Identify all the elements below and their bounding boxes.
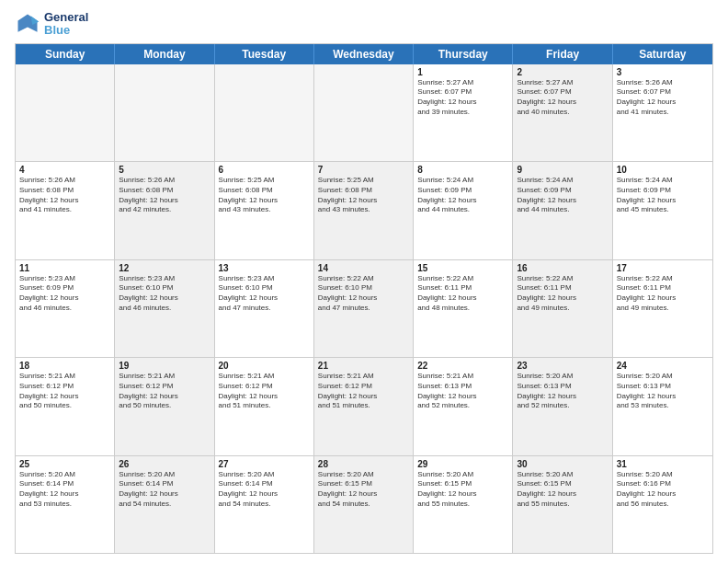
cell-line: Daylight: 12 hours [119,293,210,304]
cell-line: Sunrise: 5:23 AM [19,274,110,284]
logo-text: General Blue [44,11,88,38]
cell-line: and 51 minutes. [219,401,310,411]
cell-line: Daylight: 12 hours [417,98,508,108]
day-number: 25 [19,459,110,469]
cell-line: Sunset: 6:12 PM [219,382,310,392]
cell-line: Daylight: 12 hours [19,196,110,206]
cell-line: Sunrise: 5:21 AM [219,372,310,382]
cell-line: and 55 minutes. [417,500,508,510]
cell-line: Sunset: 6:14 PM [219,479,310,489]
cell-line: Daylight: 12 hours [517,392,608,402]
calendar-row-2: 4Sunrise: 5:26 AMSunset: 6:08 PMDaylight… [16,162,712,259]
day-number: 2 [517,67,608,77]
cell-line: Sunset: 6:10 PM [219,283,310,293]
calendar-cell: 1Sunrise: 5:27 AMSunset: 6:07 PMDaylight… [414,64,513,161]
day-number: 31 [617,459,709,469]
cell-line: Sunrise: 5:20 AM [19,470,110,480]
cell-line: Daylight: 12 hours [219,293,310,304]
cell-line: Daylight: 12 hours [318,293,409,304]
cell-line: Daylight: 12 hours [417,392,508,402]
cell-line: Sunrise: 5:27 AM [417,78,508,88]
cell-line: and 50 minutes. [119,401,210,411]
cell-line: and 43 minutes. [219,205,310,215]
cell-line: Sunset: 6:11 PM [417,283,508,293]
day-number: 15 [417,263,508,273]
cell-line: and 44 minutes. [417,205,508,215]
cell-line: Sunrise: 5:21 AM [119,372,210,382]
calendar-cell: 18Sunrise: 5:21 AMSunset: 6:12 PMDayligh… [16,358,115,454]
day-number: 23 [517,361,608,371]
cell-line: Daylight: 12 hours [19,392,110,402]
logo: General Blue [15,11,88,38]
cell-line: Sunset: 6:08 PM [318,186,409,196]
cell-line: Daylight: 12 hours [417,489,508,500]
cell-line: Daylight: 12 hours [617,392,709,402]
cell-line: Sunset: 6:15 PM [417,479,508,489]
calendar-cell [16,64,115,161]
calendar-cell: 16Sunrise: 5:22 AMSunset: 6:11 PMDayligh… [513,260,612,357]
cell-line: Daylight: 12 hours [19,293,110,304]
day-header-saturday: Saturday [613,44,712,64]
cell-line: and 53 minutes. [617,401,709,411]
cell-line: Sunset: 6:14 PM [119,479,210,489]
cell-line: Sunset: 6:13 PM [617,382,709,392]
calendar-cell: 14Sunrise: 5:22 AMSunset: 6:10 PMDayligh… [314,260,414,357]
cell-line: and 43 minutes. [318,205,409,215]
calendar-cell: 7Sunrise: 5:25 AMSunset: 6:08 PMDaylight… [314,162,414,259]
day-number: 9 [517,165,608,175]
cell-line: Daylight: 12 hours [617,489,709,500]
cell-line: Sunset: 6:13 PM [517,382,608,392]
calendar-cell: 8Sunrise: 5:24 AMSunset: 6:09 PMDaylight… [414,162,513,259]
cell-line: and 53 minutes. [19,500,110,510]
cell-line: Daylight: 12 hours [119,196,210,206]
calendar-cell: 9Sunrise: 5:24 AMSunset: 6:09 PMDaylight… [513,162,612,259]
calendar-header: SundayMondayTuesdayWednesdayThursdayFrid… [16,44,712,64]
day-number: 8 [417,165,508,175]
header: General Blue [15,11,713,38]
calendar-row-3: 11Sunrise: 5:23 AMSunset: 6:09 PMDayligh… [16,260,712,358]
cell-line: Sunrise: 5:27 AM [517,78,608,88]
cell-line: Sunrise: 5:22 AM [417,274,508,284]
cell-line: Sunset: 6:11 PM [517,283,608,293]
cell-line: Sunrise: 5:26 AM [617,78,709,88]
calendar-row-4: 18Sunrise: 5:21 AMSunset: 6:12 PMDayligh… [16,358,712,455]
day-header-wednesday: Wednesday [314,44,414,64]
cell-line: Sunset: 6:15 PM [318,479,409,489]
cell-line: Sunrise: 5:26 AM [119,176,210,186]
cell-line: Daylight: 12 hours [617,98,709,108]
day-number: 27 [219,459,310,469]
cell-line: Daylight: 12 hours [517,98,608,108]
cell-line: Sunset: 6:13 PM [417,382,508,392]
cell-line: Daylight: 12 hours [318,392,409,402]
cell-line: and 54 minutes. [219,500,310,510]
cell-line: Sunset: 6:09 PM [617,186,709,196]
cell-line: Sunset: 6:12 PM [119,382,210,392]
day-number: 10 [617,165,709,175]
day-number: 19 [119,361,210,371]
cell-line: Sunset: 6:08 PM [119,186,210,196]
calendar-cell: 28Sunrise: 5:20 AMSunset: 6:15 PMDayligh… [314,456,414,553]
day-number: 7 [318,165,409,175]
day-number: 26 [119,459,210,469]
cell-line: and 40 minutes. [517,108,608,118]
cell-line: Daylight: 12 hours [417,293,508,304]
cell-line: and 54 minutes. [318,500,409,510]
cell-line: Sunset: 6:14 PM [19,479,110,489]
day-number: 5 [119,165,210,175]
day-number: 6 [219,165,310,175]
calendar-cell: 5Sunrise: 5:26 AMSunset: 6:08 PMDaylight… [115,162,214,259]
cell-line: and 56 minutes. [617,500,709,510]
calendar-cell: 12Sunrise: 5:23 AMSunset: 6:10 PMDayligh… [115,260,214,357]
cell-line: Sunset: 6:08 PM [219,186,310,196]
cell-line: Sunrise: 5:20 AM [219,470,310,480]
day-header-tuesday: Tuesday [215,44,314,64]
cell-line: Sunset: 6:09 PM [19,283,110,293]
cell-line: Daylight: 12 hours [617,196,709,206]
cell-line: Sunset: 6:08 PM [19,186,110,196]
calendar-cell: 31Sunrise: 5:20 AMSunset: 6:16 PMDayligh… [613,456,712,553]
cell-line: and 44 minutes. [517,205,608,215]
cell-line: Daylight: 12 hours [19,489,110,500]
cell-line: and 49 minutes. [517,304,608,314]
cell-line: Sunrise: 5:20 AM [617,372,709,382]
cell-line: Sunset: 6:16 PM [617,479,709,489]
